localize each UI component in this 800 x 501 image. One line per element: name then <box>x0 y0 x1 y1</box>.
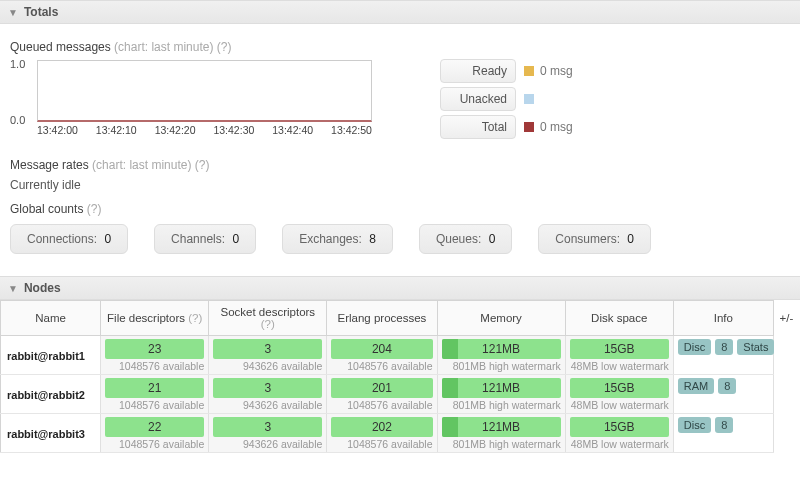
info-badge: Stats <box>737 339 774 355</box>
rates-label-text: Message rates <box>10 158 89 172</box>
chart-x-tick: 13:42:10 <box>96 124 137 136</box>
help-icon[interactable]: (?) <box>195 158 210 172</box>
table-cell: 121MB801MB high watermark <box>437 414 565 453</box>
count-value: 0 <box>232 232 239 246</box>
chart-y-min: 0.0 <box>10 114 25 126</box>
count-channels[interactable]: Channels: 0 <box>154 224 256 254</box>
table-cell: 15GB48MB low watermark <box>565 336 673 375</box>
section-title: Nodes <box>24 281 61 295</box>
th-plus-minus[interactable]: +/- <box>773 301 799 336</box>
info-badge: 8 <box>715 339 733 355</box>
help-icon[interactable]: (?) <box>188 312 202 324</box>
th-disk[interactable]: Disk space <box>565 301 673 336</box>
global-counts: Connections: 0 Channels: 0 Exchanges: 8 … <box>10 224 790 254</box>
table-cell: 15GB48MB low watermark <box>565 414 673 453</box>
legend-label[interactable]: Ready <box>440 59 516 83</box>
table-row: rabbit@rabbit2211048576 available3943626… <box>1 375 800 414</box>
th-mem[interactable]: Memory <box>437 301 565 336</box>
table-cell: 15GB48MB low watermark <box>565 375 673 414</box>
chart-x-axis: 13:42:00 13:42:10 13:42:20 13:42:30 13:4… <box>37 124 372 136</box>
count-value: 8 <box>369 232 376 246</box>
table-cell: 2021048576 available <box>327 414 437 453</box>
queued-label: Queued messages (chart: last minute) (?) <box>10 40 790 54</box>
table-cell: rabbit@rabbit1 <box>1 336 101 375</box>
chart-x-tick: 13:42:00 <box>37 124 78 136</box>
legend-row-unacked: Unacked <box>440 86 573 112</box>
section-title: Totals <box>24 5 58 19</box>
global-label-text: Global counts <box>10 202 83 216</box>
table-row: rabbit@rabbit3221048576 available3943626… <box>1 414 800 453</box>
count-value: 0 <box>627 232 634 246</box>
table-cell: Disc8 <box>673 414 773 453</box>
rates-label: Message rates (chart: last minute) (?) <box>10 158 790 172</box>
pm-cell <box>773 375 799 414</box>
info-badges: Disc8 <box>678 417 769 433</box>
table-cell: 221048576 available <box>101 414 209 453</box>
count-connections[interactable]: Connections: 0 <box>10 224 128 254</box>
table-cell: 3943626 available <box>209 336 327 375</box>
rates-label-muted: (chart: last minute) <box>92 158 191 172</box>
table-cell: 231048576 available <box>101 336 209 375</box>
nodes-table: Name File descriptors (?) Socket descrip… <box>0 300 800 453</box>
table-cell: rabbit@rabbit3 <box>1 414 101 453</box>
table-cell: Disc8Stats <box>673 336 773 375</box>
collapse-icon: ▼ <box>8 7 18 18</box>
info-badge: RAM <box>678 378 714 394</box>
legend-swatch-icon <box>524 94 534 104</box>
table-cell: 2011048576 available <box>327 375 437 414</box>
legend-row-ready: Ready 0 msg <box>440 58 573 84</box>
table-row: rabbit@rabbit1231048576 available3943626… <box>1 336 800 375</box>
legend-label[interactable]: Unacked <box>440 87 516 111</box>
th-ep[interactable]: Erlang processes <box>327 301 437 336</box>
info-badge: 8 <box>718 378 736 394</box>
section-header-totals[interactable]: ▼ Totals <box>0 0 800 24</box>
count-value: 0 <box>104 232 111 246</box>
legend-value: 0 msg <box>540 64 573 78</box>
th-info[interactable]: Info <box>673 301 773 336</box>
queued-label-muted: (chart: last minute) <box>114 40 213 54</box>
chart-x-tick: 13:42:40 <box>272 124 313 136</box>
count-label: Connections: <box>27 232 97 246</box>
global-label: Global counts (?) <box>10 202 790 216</box>
help-icon[interactable]: (?) <box>217 40 232 54</box>
table-cell: 121MB801MB high watermark <box>437 336 565 375</box>
table-cell: 2041048576 available <box>327 336 437 375</box>
th-name[interactable]: Name <box>1 301 101 336</box>
count-label: Consumers: <box>555 232 620 246</box>
count-consumers[interactable]: Consumers: 0 <box>538 224 651 254</box>
queued-chart: 1.0 0.0 13:42:00 13:42:10 13:42:20 13:42… <box>10 60 390 140</box>
count-label: Exchanges: <box>299 232 362 246</box>
help-icon[interactable]: (?) <box>87 202 102 216</box>
info-badge: Disc <box>678 339 711 355</box>
collapse-icon: ▼ <box>8 283 18 294</box>
count-value: 0 <box>489 232 496 246</box>
th-fd[interactable]: File descriptors (?) <box>101 301 209 336</box>
count-label: Queues: <box>436 232 481 246</box>
th-sd[interactable]: Socket descriptors (?) <box>209 301 327 336</box>
queued-label-text: Queued messages <box>10 40 111 54</box>
table-cell: RAM8 <box>673 375 773 414</box>
legend-value: 0 msg <box>540 120 573 134</box>
count-exchanges[interactable]: Exchanges: 8 <box>282 224 393 254</box>
info-badges: RAM8 <box>678 378 769 394</box>
chart-x-tick: 13:42:20 <box>155 124 196 136</box>
info-badges: Disc8Stats <box>678 339 769 355</box>
th-text: Socket descriptors <box>221 306 316 318</box>
chart-plot-area <box>37 60 372 122</box>
chart-x-tick: 13:42:30 <box>213 124 254 136</box>
section-header-nodes[interactable]: ▼ Nodes <box>0 276 800 300</box>
legend-swatch-icon <box>524 122 534 132</box>
info-badge: 8 <box>715 417 733 433</box>
legend-label[interactable]: Total <box>440 115 516 139</box>
legend-row-total: Total 0 msg <box>440 114 573 140</box>
legend-swatch-icon <box>524 66 534 76</box>
pm-cell <box>773 414 799 453</box>
pm-cell <box>773 336 799 375</box>
count-label: Channels: <box>171 232 225 246</box>
chart-x-tick: 13:42:50 <box>331 124 372 136</box>
help-icon[interactable]: (?) <box>261 318 275 330</box>
th-text: File descriptors <box>107 312 185 324</box>
table-cell: 3943626 available <box>209 375 327 414</box>
info-badge: Disc <box>678 417 711 433</box>
count-queues[interactable]: Queues: 0 <box>419 224 512 254</box>
